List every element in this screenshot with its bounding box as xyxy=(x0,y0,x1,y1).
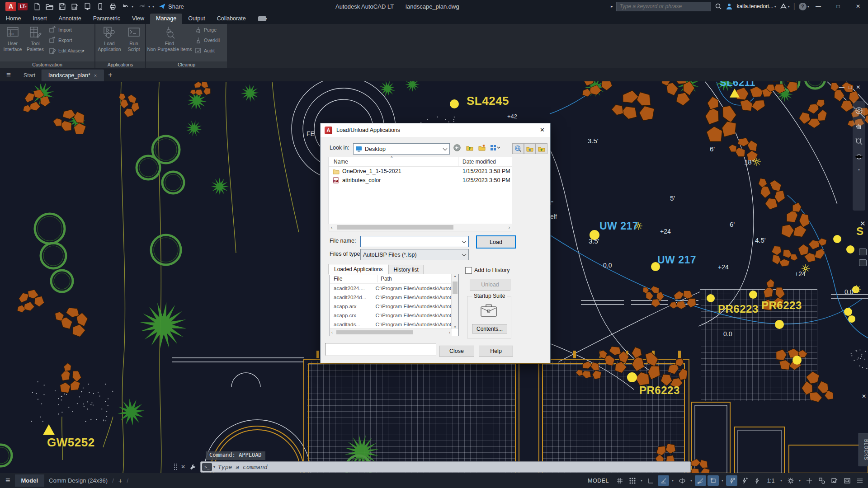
overkill-button[interactable]: Overkill xyxy=(195,36,220,45)
autodesk-dropdown-icon[interactable]: ▾ xyxy=(788,5,790,9)
column-path[interactable]: Path xyxy=(381,276,392,282)
table-hscrollbar[interactable]: ‹ › xyxy=(330,328,452,336)
polar-dropdown-icon[interactable]: ▾ xyxy=(670,479,675,483)
unload-button[interactable]: Unload xyxy=(470,279,510,291)
file-tab-menu-icon[interactable]: ≡ xyxy=(0,70,17,81)
app-menu-dropdown-icon[interactable]: ▾ xyxy=(25,5,27,9)
save-as-icon[interactable] xyxy=(71,3,79,10)
toolbar-close-icon[interactable]: ✕ xyxy=(862,393,866,399)
redo-icon[interactable] xyxy=(138,3,146,10)
export-button[interactable]: Export xyxy=(49,36,72,45)
annotation-scale-icon[interactable] xyxy=(751,475,763,486)
import-button[interactable]: Import xyxy=(49,25,72,34)
command-placeholder[interactable]: Type a command xyxy=(218,464,268,470)
tab-home[interactable]: Home xyxy=(0,14,27,24)
new-file-icon[interactable] xyxy=(33,3,41,10)
search-expand-icon[interactable]: ▸ xyxy=(611,4,613,9)
autocad-app-logo-icon[interactable]: A xyxy=(5,2,16,11)
close-dialog-button[interactable]: Close xyxy=(439,346,474,357)
new-folder-icon[interactable] xyxy=(478,144,486,151)
object-snap-tracking-toggle[interactable] xyxy=(695,475,706,486)
tab-annotate[interactable]: Annotate xyxy=(53,14,87,24)
loaded-app-row[interactable]: acapp.crxC:\Program Files\Autodesk\AutoC… xyxy=(330,311,458,320)
help-icon[interactable]: ? xyxy=(799,3,807,10)
file-name-combo[interactable] xyxy=(360,236,469,247)
snap-mode-toggle[interactable] xyxy=(627,475,638,486)
look-in-combo[interactable]: Desktop xyxy=(353,143,450,155)
panel-label-cleanup[interactable]: Cleanup xyxy=(146,61,227,68)
search-icon[interactable] xyxy=(715,3,722,10)
navbar-more-icon[interactable]: ▾ xyxy=(857,168,861,172)
customization-dropdown-icon[interactable]: ▾ xyxy=(797,479,802,483)
file-browser-list[interactable]: Name ^ Date modified OneDrive_1_1-15-202… xyxy=(329,157,512,225)
purge-button[interactable]: Purge xyxy=(195,25,217,34)
back-icon[interactable] xyxy=(453,144,461,151)
add-to-history-label[interactable]: Add to History xyxy=(474,267,510,273)
files-of-type-combo[interactable]: AutoLISP Files (*.lsp) xyxy=(360,249,469,260)
loaded-app-row[interactable]: acadlt2024....C:\Program Files\Autodesk\… xyxy=(330,284,458,293)
scale-dropdown-icon[interactable]: ▾ xyxy=(779,479,783,483)
plot-icon[interactable] xyxy=(84,3,91,10)
dialog-close-button[interactable]: ✕ xyxy=(540,127,545,133)
table-vscrollbar[interactable]: ▴ ▾ xyxy=(451,274,458,329)
hscroll2-thumb[interactable] xyxy=(336,330,413,334)
layout-menu-icon[interactable]: ≡ xyxy=(5,476,10,485)
steering-wheel-icon[interactable] xyxy=(855,107,863,115)
column-date-modified[interactable]: Date modified xyxy=(462,159,496,165)
orbit-icon[interactable] xyxy=(855,153,863,161)
layout-tab[interactable]: Comm Design (24x36) xyxy=(49,477,108,484)
isodraft-dropdown-icon[interactable]: ▾ xyxy=(689,479,693,483)
scroll-up-icon[interactable]: ▴ xyxy=(454,274,456,278)
add-folder-button[interactable] xyxy=(536,143,547,154)
loaded-app-row[interactable]: acadltads...C:\Program Files\Autodesk\Au… xyxy=(330,320,458,329)
file-row-onedrive[interactable]: OneDrive_1_1-15-2021 1/15/2021 3:58 PM xyxy=(329,167,512,176)
user-avatar-icon[interactable] xyxy=(726,3,733,10)
model-badge[interactable]: MODEL xyxy=(588,478,609,484)
user-dropdown-icon[interactable]: ▾ xyxy=(774,5,776,9)
print-icon[interactable] xyxy=(109,3,117,10)
scroll-left-icon[interactable]: ‹ xyxy=(331,225,332,230)
views-menu-icon[interactable] xyxy=(490,144,500,151)
command-prompt-icon[interactable]: >_ xyxy=(202,463,212,471)
ribbon-display-toggle[interactable]: ▾ xyxy=(258,16,267,24)
snap-dropdown-icon[interactable]: ▾ xyxy=(639,479,644,483)
wrench-icon[interactable] xyxy=(189,464,196,470)
signed-in-user[interactable]: kaila.tenedori... xyxy=(736,3,773,9)
load-application-button[interactable]: Load Application xyxy=(95,26,123,52)
customization-gear-icon[interactable] xyxy=(785,475,796,486)
vscroll-thumb[interactable] xyxy=(453,282,458,294)
object-snap-toggle[interactable] xyxy=(708,475,719,486)
column-name[interactable]: Name xyxy=(334,159,348,166)
up-one-level-icon[interactable] xyxy=(466,144,473,151)
tab-manage[interactable]: Manage xyxy=(150,14,182,24)
edit-aliases-button[interactable]: Edit Aliases ▾ xyxy=(49,46,84,55)
grid-display-toggle[interactable] xyxy=(614,475,625,486)
loaded-applications-table[interactable]: File Path acadlt2024....C:\Program Files… xyxy=(330,274,459,336)
pan-hand-icon[interactable] xyxy=(855,122,863,130)
navigation-bar[interactable]: ▾ xyxy=(853,101,865,211)
user-interface-button[interactable]: CUI User Interface xyxy=(2,26,24,52)
blocks-palette-tab[interactable]: BLOCKS xyxy=(859,433,868,466)
tab-view[interactable]: View xyxy=(126,14,150,24)
osnap-dropdown-icon[interactable]: ▾ xyxy=(720,479,725,483)
load-button[interactable]: Load xyxy=(476,235,516,249)
scroll-right-icon[interactable]: › xyxy=(509,225,510,230)
tab-collaborate[interactable]: Collaborate xyxy=(211,14,252,24)
redo-dropdown-icon[interactable]: ▾ xyxy=(148,5,150,9)
new-layout-button[interactable]: + xyxy=(118,477,123,484)
model-space-tab[interactable]: Model xyxy=(15,474,45,487)
file-tab-close-icon[interactable]: × xyxy=(94,73,97,78)
command-input-bar[interactable]: >_ ▾ Type a command xyxy=(200,461,691,473)
close-button[interactable]: ✕ xyxy=(848,0,868,13)
tab-insert[interactable]: Insert xyxy=(27,14,52,24)
loaded-app-row[interactable]: acadlt2024d...C:\Program Files\Autodesk\… xyxy=(330,293,458,302)
undo-icon[interactable] xyxy=(122,3,129,10)
share-button[interactable]: Share xyxy=(159,3,184,10)
annotation-visibility-toggle[interactable] xyxy=(726,475,737,486)
command-close-icon[interactable]: ✕ xyxy=(181,464,185,470)
palette-close-icon[interactable]: ✕ xyxy=(860,220,866,228)
ortho-mode-toggle[interactable] xyxy=(645,475,656,486)
isodraft-toggle[interactable] xyxy=(676,475,688,486)
favorites-folder-button[interactable] xyxy=(524,143,536,154)
file-row-attributes-color[interactable]: LSP attributes_color 1/25/2023 3:50 PM xyxy=(329,176,512,185)
